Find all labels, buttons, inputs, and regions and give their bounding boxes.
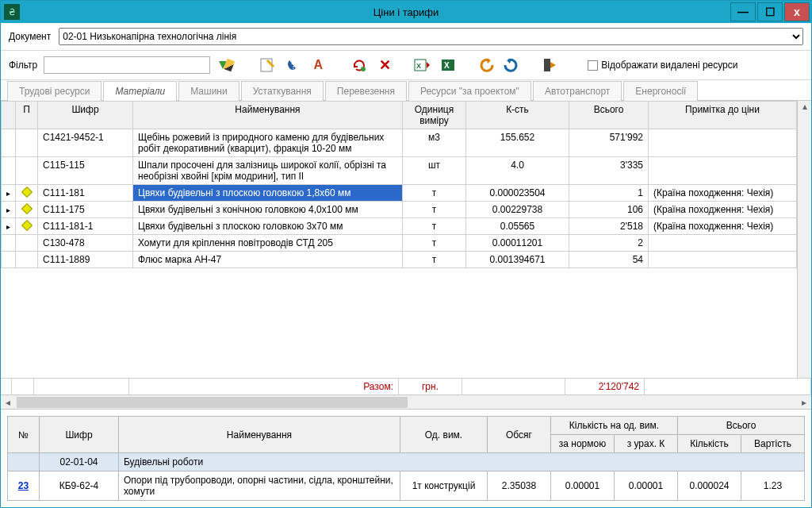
refresh-icon[interactable]: [350, 56, 369, 75]
document-select[interactable]: 02-01 Низьконапірна технологічна лінія: [59, 28, 803, 45]
svg-rect-7: [544, 59, 550, 71]
svg-text:X: X: [416, 62, 421, 70]
svg-text:?: ?: [291, 61, 296, 71]
tab-labor[interactable]: Трудові ресурси: [7, 81, 102, 101]
detail-grid[interactable]: № Шифр Найменування Од. вим. Обсяг Кільк…: [7, 416, 805, 501]
text-icon[interactable]: A: [308, 56, 327, 75]
close-button[interactable]: x: [784, 2, 810, 21]
table-row[interactable]: С111-1889Флюс марка АН-47т0.00139467154: [2, 252, 797, 268]
svg-point-2: [361, 67, 366, 71]
filter-input[interactable]: [44, 56, 210, 74]
tab-transport[interactable]: Перевезення: [325, 81, 407, 101]
table-row[interactable]: ▸С111-175Цвяхи будівельні з конічною гол…: [2, 202, 797, 218]
filter-label: Фільтр: [9, 60, 37, 71]
tab-equipment[interactable]: Устаткування: [241, 81, 324, 101]
maximize-button[interactable]: ☐: [757, 2, 783, 21]
tab-auto[interactable]: Автотранспорт: [533, 81, 622, 101]
table-row[interactable]: С115-115Шпали просочені для залізниць ши…: [2, 157, 797, 185]
col-marker[interactable]: П: [16, 102, 38, 129]
table-row[interactable]: С130-478Хомути для кріплення повітроводі…: [2, 235, 797, 252]
col-note[interactable]: Примітка до ціни: [649, 102, 797, 129]
col-shifr[interactable]: Шифр: [38, 102, 133, 129]
tab-materials[interactable]: Матеріали: [103, 81, 177, 101]
materials-grid[interactable]: П Шифр Найменування Одиниця виміру К-сть…: [1, 101, 797, 378]
table-row[interactable]: ▸С111-181Цвяхи будівельні з плоскою голо…: [2, 185, 797, 202]
edit-icon[interactable]: [258, 56, 277, 75]
undo-icon[interactable]: [477, 56, 496, 75]
window-title: Ціни і тарифи: [373, 6, 439, 18]
show-deleted-checkbox[interactable]: Відображати видалені ресурси: [588, 60, 737, 71]
vertical-scrollbar[interactable]: ▴: [797, 101, 811, 378]
col-name[interactable]: Найменування: [133, 102, 403, 129]
redo-icon[interactable]: [502, 56, 521, 75]
app-icon: ₴: [4, 4, 20, 20]
tabbar: Трудові ресурси Матеріали Машини Устатку…: [1, 80, 811, 101]
col-unit[interactable]: Одиниця виміру: [403, 102, 466, 129]
detail-num-link[interactable]: 23: [18, 480, 29, 491]
detail-row[interactable]: 23 КБ9-62-4 Опори під трубопроводи, опор…: [8, 471, 805, 501]
help-price-icon[interactable]: ?: [283, 56, 302, 75]
col-qty[interactable]: К-сть: [466, 102, 569, 129]
export-xls2-icon[interactable]: X: [439, 56, 458, 75]
tab-energy[interactable]: Енергоносії: [623, 81, 698, 101]
tab-project-res[interactable]: Ресурси "за проектом": [408, 81, 531, 101]
titlebar: ₴ Ціни і тарифи — ☐ x: [1, 1, 811, 23]
export-xls1-icon[interactable]: X: [413, 56, 432, 75]
minimize-button[interactable]: —: [730, 2, 756, 21]
col-indicator: [2, 102, 16, 129]
delete-icon[interactable]: ✕: [375, 56, 394, 75]
summary-row: Разом: грн. 2'120'742: [1, 378, 811, 394]
exit-icon[interactable]: [540, 56, 559, 75]
section-row[interactable]: 02-01-04 Будівельні роботи: [8, 453, 805, 471]
tab-machines[interactable]: Машини: [178, 81, 239, 101]
document-label: Документ: [9, 31, 51, 42]
table-row[interactable]: ▸С111-181-1Цвяхи будівельні з плоскою го…: [2, 218, 797, 235]
filter-apply-icon[interactable]: [216, 56, 236, 75]
table-row[interactable]: С1421-9452-1Щебінь рожевий із природного…: [2, 129, 797, 157]
horizontal-scrollbar[interactable]: ◂ ▸: [1, 394, 811, 409]
svg-text:X: X: [444, 61, 450, 70]
col-total[interactable]: Всього: [569, 102, 649, 129]
